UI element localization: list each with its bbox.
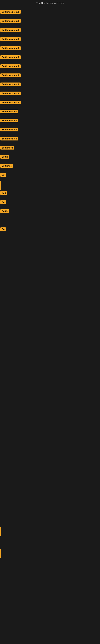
bottleneck-result-badge: Bottleneck result: [0, 37, 21, 41]
vertical-indicator-line: [0, 549, 1, 558]
bottleneck-result-badge: Bottle: [0, 209, 9, 213]
bottleneck-result-badge: Bottleneck result: [0, 10, 21, 14]
bottleneck-result-badge: Bottleneck result: [0, 92, 21, 95]
bottleneck-result-badge: Bottleneck result: [0, 46, 21, 50]
bottleneck-result-badge: Bo: [0, 200, 6, 204]
vertical-indicator-line: [0, 527, 1, 536]
bottleneck-result-badge: Bottleneck result: [0, 19, 21, 23]
bottleneck-result-badge: Bottlenec: [0, 164, 13, 168]
bottleneck-result-badge: Bottleneck result: [0, 55, 21, 59]
bottleneck-result-badge: Bottleneck result: [0, 100, 21, 104]
bottleneck-result-badge: Bo: [0, 228, 6, 231]
bottleneck-result-badge: Bottleneck result: [0, 82, 21, 86]
site-title: TheBottlenecker.com: [0, 0, 100, 6]
bottleneck-result-badge: Bottle: [0, 155, 9, 158]
bottleneck-result-badge: Bottleneck result: [0, 64, 21, 68]
bottleneck-result-badge: Bottleneck res: [0, 137, 18, 140]
bottleneck-result-badge: Bottleneck result: [0, 74, 21, 77]
bottleneck-result-badge: Bott: [0, 191, 7, 195]
vertical-indicator-line: [0, 181, 1, 190]
bottleneck-result-badge: Bottleneck res: [0, 128, 18, 132]
bottleneck-result-badge: Bottleneck res: [0, 119, 18, 122]
bottleneck-result-badge: Bottleneck res: [0, 110, 18, 113]
bottleneck-result-badge: Bottleneck: [0, 146, 14, 150]
bottleneck-result-badge: Bottleneck result: [0, 28, 21, 32]
bottleneck-result-badge: Bot: [0, 173, 6, 177]
